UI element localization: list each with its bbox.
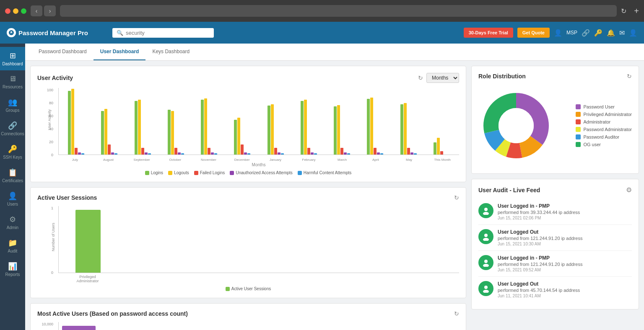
panel-actions: ↻ Months Weeks Days bbox=[418, 73, 459, 83]
chart-bar bbox=[178, 152, 181, 155]
sidebar-item-connections[interactable]: 🔗 Connections bbox=[0, 117, 25, 140]
role-label-priv-admin: Privileged Administrator bbox=[583, 112, 632, 117]
role-label-administrator: Administrator bbox=[583, 119, 610, 124]
sidebar-item-resources[interactable]: 🖥 Resources bbox=[0, 70, 25, 93]
period-select[interactable]: Months Weeks Days bbox=[426, 73, 459, 83]
feed-item: User Logged Out performed from 45.70.144… bbox=[478, 277, 632, 302]
chart-bar bbox=[108, 144, 111, 155]
feed-event-time: Jun 15, 2021 10:30 AM bbox=[498, 242, 582, 246]
feed-item: User Logged Out performed from 121.244.9… bbox=[478, 225, 632, 251]
tab-password-dashboard[interactable]: Password Dashboard bbox=[32, 44, 93, 60]
live-feed-settings[interactable]: ⚙ bbox=[626, 186, 632, 194]
bar-group bbox=[392, 103, 425, 155]
bar-group bbox=[259, 104, 292, 155]
y-axis-label: User Activity bbox=[47, 109, 52, 130]
bell-icon: 🔔 bbox=[607, 29, 615, 37]
bar-group bbox=[93, 109, 126, 155]
chart-bar bbox=[367, 99, 370, 155]
active-sessions-header: Active User Sessions ↻ bbox=[37, 194, 459, 201]
sidebar-label-certificates: Certificates bbox=[2, 178, 23, 183]
x-axis-label: January bbox=[259, 157, 292, 162]
role-refresh[interactable]: ↻ bbox=[627, 73, 632, 80]
search-input[interactable] bbox=[126, 30, 210, 36]
chart-bar bbox=[211, 152, 214, 155]
user-activity-refresh[interactable]: ↻ bbox=[418, 75, 423, 81]
sidebar-item-groups[interactable]: 👥 Groups bbox=[0, 93, 25, 117]
maximize-button[interactable] bbox=[21, 8, 26, 14]
role-label-password-admin: Password Administrator bbox=[583, 127, 632, 132]
main: ⊞ Dashboard 🖥 Resources 👥 Groups 🔗 Conne… bbox=[0, 44, 644, 330]
svg-point-12 bbox=[484, 234, 488, 237]
address-bar[interactable] bbox=[60, 5, 617, 17]
user-activity-title: User Activity bbox=[37, 75, 73, 81]
search-bar[interactable]: 🔍 bbox=[112, 28, 214, 38]
live-feed-panel: User Audit - Live Feed ⚙ User Logged in … bbox=[471, 179, 639, 309]
role-legend-priv-admin: Privileged Administrator bbox=[576, 112, 632, 117]
back-button[interactable]: ‹ bbox=[31, 5, 42, 16]
nav-buttons: ‹ › bbox=[31, 5, 56, 16]
connections-icon: 🔗 bbox=[8, 121, 17, 130]
svg-rect-2 bbox=[11, 33, 12, 34]
sessions-y-tick-1: 1 bbox=[51, 206, 53, 210]
chart-legend: Logins Logouts Failed Logins bbox=[37, 170, 459, 175]
tab-keys-dashboard[interactable]: Keys Dashboard bbox=[145, 44, 196, 60]
dashboard-icon: ⊞ bbox=[10, 51, 16, 60]
role-legend-password-user: Password User bbox=[576, 104, 632, 109]
feed-item: User Logged in - PMP performed from 121.… bbox=[478, 251, 632, 277]
legend-harmful: Harmful Content Attempts bbox=[298, 170, 352, 175]
role-label-password-user: Password User bbox=[583, 104, 615, 109]
sessions-x-label: Privileged Administrator bbox=[58, 275, 459, 283]
chart-bar bbox=[181, 153, 184, 155]
sidebar-item-certificates[interactable]: 📋 Certificates bbox=[0, 164, 25, 187]
chart-bar bbox=[410, 152, 413, 155]
minimize-button[interactable] bbox=[13, 8, 18, 14]
admin-icon: 👤 bbox=[554, 29, 562, 37]
x-axis-label: November bbox=[192, 157, 226, 162]
active-sessions-chart-wrapper: 1 0 Number of Users Privileged Administr… bbox=[37, 206, 459, 283]
svg-point-15 bbox=[483, 264, 489, 267]
sidebar-item-users[interactable]: 👤 Users bbox=[0, 187, 25, 211]
free-trial-button[interactable]: 30-Days Free Trial bbox=[464, 28, 513, 38]
chart-bar bbox=[311, 152, 314, 155]
app: Password Manager Pro 🔍 30-Days Free Tria… bbox=[0, 22, 644, 330]
reports-icon: 📊 bbox=[8, 262, 17, 271]
forward-button[interactable]: › bbox=[44, 5, 56, 16]
chart-bar bbox=[440, 151, 443, 155]
sessions-bar-group bbox=[75, 210, 101, 273]
reload-button[interactable]: ↻ bbox=[621, 7, 626, 15]
legend-failed: Failed Logins bbox=[194, 170, 225, 175]
svg-point-16 bbox=[484, 286, 488, 289]
get-quote-button[interactable]: Get Quote bbox=[517, 28, 550, 38]
most-active-refresh[interactable]: ↻ bbox=[454, 310, 459, 317]
sidebar-item-dashboard[interactable]: ⊞ Dashboard bbox=[0, 47, 25, 70]
feed-event-desc: performed from 121.244.91.20 ip address bbox=[498, 262, 582, 267]
sidebar-item-reports[interactable]: 📊 Reports bbox=[0, 258, 25, 281]
chart-bar bbox=[138, 100, 141, 155]
feed-event-desc: performed from 39.33.244.44 ip address bbox=[498, 210, 580, 215]
chart-bar bbox=[437, 138, 440, 155]
new-tab-button[interactable]: + bbox=[634, 6, 639, 16]
legend-failed-label: Failed Logins bbox=[200, 170, 225, 175]
tab-user-dashboard[interactable]: User Dashboard bbox=[93, 44, 146, 60]
user-label[interactable]: MSP bbox=[566, 30, 577, 36]
chart-bar bbox=[414, 153, 417, 155]
sessions-bar-chart bbox=[58, 206, 459, 273]
header: Password Manager Pro 🔍 30-Days Free Tria… bbox=[0, 22, 644, 44]
user-activity-chart-wrapper: 100 80 60 40 20 0 User Activity bbox=[37, 88, 459, 167]
sidebar: ⊞ Dashboard 🖥 Resources 👥 Groups 🔗 Conne… bbox=[0, 44, 25, 330]
chart-bar bbox=[380, 153, 383, 155]
bar-group bbox=[60, 89, 93, 155]
chart-bar bbox=[104, 109, 107, 155]
sidebar-item-audit[interactable]: 📁 Audit bbox=[0, 234, 25, 258]
close-button[interactable] bbox=[5, 8, 10, 14]
sidebar-item-sshkeys[interactable]: 🔑 SSH Keys bbox=[0, 140, 25, 164]
tabs-bar: Password Dashboard User Dashboard Keys D… bbox=[25, 44, 644, 61]
x-axis-label: May bbox=[392, 157, 426, 162]
resources-icon: 🖥 bbox=[9, 75, 16, 83]
active-sessions-refresh[interactable]: ↻ bbox=[454, 194, 459, 201]
feed-avatar bbox=[478, 229, 493, 244]
sidebar-item-admin[interactable]: ⚙ Admin bbox=[0, 211, 25, 234]
feed-content: User Logged Out performed from 121.244.9… bbox=[498, 229, 582, 246]
bar-group bbox=[192, 98, 226, 155]
chart-bar bbox=[145, 152, 148, 155]
